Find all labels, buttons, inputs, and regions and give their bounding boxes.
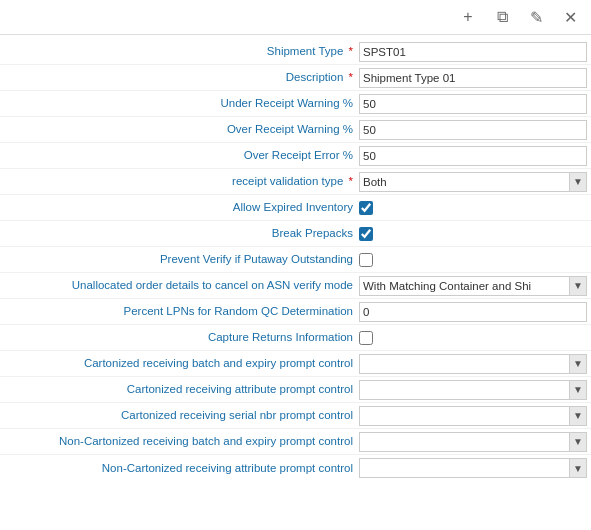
select-wrapper-cartonized-serial: ▼ [359, 406, 587, 426]
form-row-capture-returns: Capture Returns Information [0, 325, 591, 351]
value-percent-lpns [359, 302, 587, 322]
value-receipt-validation-type: BothContainerShipment▼ [359, 172, 587, 192]
checkbox-break-prepacks[interactable] [359, 227, 373, 241]
label-capture-returns: Capture Returns Information [4, 330, 359, 345]
label-cartonized-batch-expiry: Cartonized receiving batch and expiry pr… [4, 356, 359, 371]
value-cartonized-attribute: ▼ [359, 380, 587, 400]
select-non-cartonized-attribute[interactable] [359, 458, 587, 478]
copy-icon[interactable]: ⧉ [491, 6, 513, 28]
toolbar: + ⧉ ✎ ✕ [0, 0, 591, 35]
form-row-unallocated-order-details: Unallocated order details to cancel on A… [0, 273, 591, 299]
input-description[interactable] [359, 68, 587, 88]
value-non-cartonized-batch-expiry: ▼ [359, 432, 587, 452]
label-over-receipt-error: Over Receipt Error % [4, 148, 359, 163]
select-cartonized-batch-expiry[interactable] [359, 354, 587, 374]
form-row-break-prepacks: Break Prepacks [0, 221, 591, 247]
label-receipt-validation-type: receipt validation type * [4, 174, 359, 189]
required-indicator: * [345, 71, 353, 83]
value-cartonized-serial: ▼ [359, 406, 587, 426]
value-shipment-type [359, 42, 587, 62]
value-break-prepacks [359, 227, 587, 241]
label-break-prepacks: Break Prepacks [4, 226, 359, 241]
form-row-non-cartonized-attribute: Non-Cartonized receiving attribute promp… [0, 455, 591, 481]
select-non-cartonized-batch-expiry[interactable] [359, 432, 587, 452]
input-under-receipt-warning[interactable] [359, 94, 587, 114]
form-row-percent-lpns: Percent LPNs for Random QC Determination [0, 299, 591, 325]
select-wrapper-cartonized-attribute: ▼ [359, 380, 587, 400]
checkbox-allow-expired-inventory[interactable] [359, 201, 373, 215]
checkbox-prevent-verify-putaway[interactable] [359, 253, 373, 267]
label-cartonized-attribute: Cartonized receiving attribute prompt co… [4, 382, 359, 397]
select-wrapper-unallocated-order-details: With Matching Container and ShiWith Matc… [359, 276, 587, 296]
close-icon[interactable]: ✕ [559, 6, 581, 28]
label-prevent-verify-putaway: Prevent Verify if Putaway Outstanding [4, 252, 359, 267]
value-non-cartonized-attribute: ▼ [359, 458, 587, 478]
select-wrapper-cartonized-batch-expiry: ▼ [359, 354, 587, 374]
form-row-shipment-type: Shipment Type * [0, 39, 591, 65]
input-shipment-type[interactable] [359, 42, 587, 62]
label-over-receipt-warning: Over Receipt Warning % [4, 122, 359, 137]
form-row-cartonized-serial: Cartonized receiving serial nbr prompt c… [0, 403, 591, 429]
select-cartonized-attribute[interactable] [359, 380, 587, 400]
edit-icon[interactable]: ✎ [525, 6, 547, 28]
select-wrapper-non-cartonized-batch-expiry: ▼ [359, 432, 587, 452]
form-row-non-cartonized-batch-expiry: Non-Cartonized receiving batch and expir… [0, 429, 591, 455]
label-non-cartonized-attribute: Non-Cartonized receiving attribute promp… [4, 461, 359, 476]
label-unallocated-order-details: Unallocated order details to cancel on A… [4, 278, 359, 293]
label-description: Description * [4, 70, 359, 85]
label-cartonized-serial: Cartonized receiving serial nbr prompt c… [4, 408, 359, 423]
value-prevent-verify-putaway [359, 253, 587, 267]
label-under-receipt-warning: Under Receipt Warning % [4, 96, 359, 111]
checkbox-capture-returns[interactable] [359, 331, 373, 345]
label-non-cartonized-batch-expiry: Non-Cartonized receiving batch and expir… [4, 434, 359, 449]
form-row-description: Description * [0, 65, 591, 91]
select-cartonized-serial[interactable] [359, 406, 587, 426]
label-shipment-type: Shipment Type * [4, 44, 359, 59]
value-unallocated-order-details: With Matching Container and ShiWith Matc… [359, 276, 587, 296]
value-under-receipt-warning [359, 94, 587, 114]
required-indicator: * [345, 175, 353, 187]
input-over-receipt-warning[interactable] [359, 120, 587, 140]
label-percent-lpns: Percent LPNs for Random QC Determination [4, 304, 359, 319]
input-over-receipt-error[interactable] [359, 146, 587, 166]
form-row-over-receipt-error: Over Receipt Error % [0, 143, 591, 169]
value-description [359, 68, 587, 88]
label-allow-expired-inventory: Allow Expired Inventory [4, 200, 359, 215]
form-row-under-receipt-warning: Under Receipt Warning % [0, 91, 591, 117]
value-allow-expired-inventory [359, 201, 587, 215]
add-icon[interactable]: + [457, 6, 479, 28]
form-row-receipt-validation-type: receipt validation type *BothContainerSh… [0, 169, 591, 195]
form-row-over-receipt-warning: Over Receipt Warning % [0, 117, 591, 143]
value-over-receipt-error [359, 146, 587, 166]
select-wrapper-non-cartonized-attribute: ▼ [359, 458, 587, 478]
form-row-allow-expired-inventory: Allow Expired Inventory [0, 195, 591, 221]
select-unallocated-order-details[interactable]: With Matching Container and ShiWith Matc… [359, 276, 587, 296]
value-cartonized-batch-expiry: ▼ [359, 354, 587, 374]
value-over-receipt-warning [359, 120, 587, 140]
form-row-cartonized-attribute: Cartonized receiving attribute prompt co… [0, 377, 591, 403]
form-row-cartonized-batch-expiry: Cartonized receiving batch and expiry pr… [0, 351, 591, 377]
form-row-prevent-verify-putaway: Prevent Verify if Putaway Outstanding [0, 247, 591, 273]
select-wrapper-receipt-validation-type: BothContainerShipment▼ [359, 172, 587, 192]
form-container: Shipment Type *Description *Under Receip… [0, 35, 591, 485]
value-capture-returns [359, 331, 587, 345]
select-receipt-validation-type[interactable]: BothContainerShipment [359, 172, 587, 192]
required-indicator: * [345, 45, 353, 57]
input-percent-lpns[interactable] [359, 302, 587, 322]
